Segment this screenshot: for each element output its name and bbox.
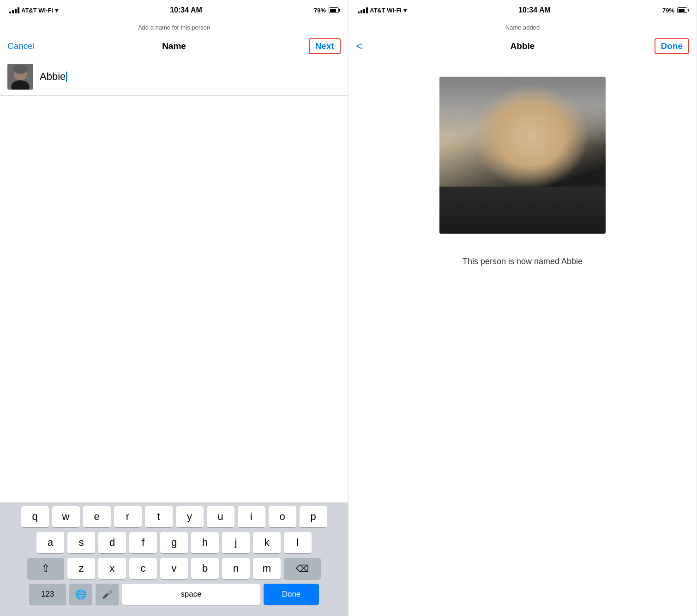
key-v[interactable]: v <box>160 558 188 579</box>
person-photo-area <box>348 58 697 243</box>
key-f[interactable]: f <box>129 532 157 553</box>
key-g[interactable]: g <box>160 532 188 553</box>
avatar-thumbnail <box>7 64 33 90</box>
key-x[interactable]: x <box>98 558 126 579</box>
svg-point-2 <box>13 65 28 74</box>
cancel-button[interactable]: Cancel <box>7 41 35 51</box>
keyboard: q w e r t y u i o p a s d f g h j k <box>0 502 348 616</box>
key-i[interactable]: i <box>238 506 265 527</box>
time-left: 10:34 AM <box>170 6 202 14</box>
shift-key[interactable]: ⇧ <box>27 558 64 579</box>
left-phone-panel: AT&T Wi-Fi ▾ 10:34 AM 79% Add a name for… <box>0 0 348 616</box>
key-a[interactable]: a <box>36 532 64 553</box>
nav-title-right: Abbie <box>393 41 652 51</box>
key-b[interactable]: b <box>191 558 219 579</box>
keyboard-row-3: ⇧ z x c v b n m ⌫ <box>2 558 346 579</box>
keyboard-row-4: 123 🌐 🎤 space Done <box>2 584 346 614</box>
key-l[interactable]: l <box>284 532 312 553</box>
subtitle-right: Name added <box>348 20 697 34</box>
keyboard-row-1: q w e r t y u i o p <box>2 506 346 527</box>
carrier-right: AT&T Wi-Fi <box>370 7 402 14</box>
nav-title-left: Name <box>44 41 304 51</box>
battery-pct-right: 79% <box>662 7 674 14</box>
nav-bar-right: < Abbie Done <box>348 34 697 58</box>
key-p[interactable]: p <box>300 506 327 527</box>
backspace-key[interactable]: ⌫ <box>284 558 321 579</box>
status-left-left: AT&T Wi-Fi ▾ <box>9 6 58 14</box>
next-button[interactable]: Next <box>309 38 341 54</box>
key-q[interactable]: q <box>21 506 49 527</box>
key-u[interactable]: u <box>207 506 234 527</box>
key-w[interactable]: w <box>52 506 80 527</box>
status-bar-left: AT&T Wi-Fi ▾ 10:34 AM 79% <box>0 0 348 20</box>
right-phone-panel: AT&T Wi-Fi ▾ 10:34 AM 79% Name added < A… <box>348 0 697 616</box>
key-o[interactable]: o <box>269 506 296 527</box>
key-r[interactable]: r <box>114 506 142 527</box>
key-z[interactable]: z <box>67 558 95 579</box>
mic-key[interactable]: 🎤 <box>96 584 119 605</box>
status-bar-right: AT&T Wi-Fi ▾ 10:34 AM 79% <box>348 0 697 20</box>
person-photo <box>439 77 606 234</box>
key-y[interactable]: y <box>176 506 204 527</box>
battery-pct-left: 79% <box>314 7 326 14</box>
keyboard-row-2: a s d f g h j k l <box>2 532 346 553</box>
key-s[interactable]: s <box>67 532 95 553</box>
subtitle-text-left: Add a name for this person <box>138 24 210 31</box>
battery-icon-right <box>677 7 687 13</box>
key-j[interactable]: j <box>222 532 250 553</box>
time-right: 10:34 AM <box>518 6 551 14</box>
named-confirmation-text: This person is now named Abbie <box>348 243 697 280</box>
key-t[interactable]: t <box>145 506 173 527</box>
back-button[interactable]: < <box>356 40 362 52</box>
done-key[interactable]: Done <box>264 584 319 605</box>
status-left-right: AT&T Wi-Fi ▾ <box>358 6 407 14</box>
wifi-icon-left: ▾ <box>55 6 58 14</box>
text-cursor <box>66 72 67 82</box>
carrier-left: AT&T Wi-Fi <box>21 7 53 14</box>
globe-key[interactable]: 🌐 <box>69 584 92 605</box>
name-value: Abbie <box>40 71 66 83</box>
battery-icon-left <box>329 7 339 13</box>
key-m[interactable]: m <box>253 558 281 579</box>
key-h[interactable]: h <box>191 532 219 553</box>
key-c[interactable]: c <box>129 558 157 579</box>
space-key[interactable]: space <box>122 584 260 605</box>
name-input-area: Abbie <box>0 58 348 96</box>
subtitle-text-right: Name added <box>505 24 540 31</box>
key-k[interactable]: k <box>253 532 281 553</box>
status-right-left: 79% <box>314 7 339 14</box>
subtitle-left: Add a name for this person <box>0 20 348 34</box>
done-button[interactable]: Done <box>655 38 690 54</box>
wifi-icon-right: ▾ <box>403 6 407 14</box>
key-n[interactable]: n <box>222 558 250 579</box>
signal-icon <box>9 7 19 13</box>
signal-icon-right <box>358 7 368 13</box>
key-d[interactable]: d <box>98 532 126 553</box>
name-input-field[interactable]: Abbie <box>40 71 67 83</box>
status-right-right: 79% <box>662 7 687 14</box>
key-e[interactable]: e <box>83 506 111 527</box>
numbers-key[interactable]: 123 <box>29 584 66 605</box>
nav-bar-left: Cancel Name Next <box>0 34 348 58</box>
